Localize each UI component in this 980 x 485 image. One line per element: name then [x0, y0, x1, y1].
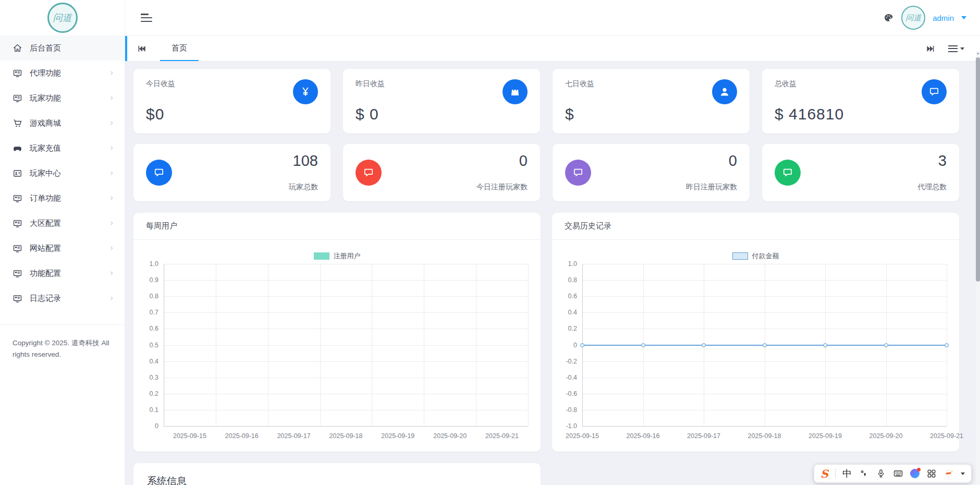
sidebar-item-label: 游戏商城	[30, 118, 108, 128]
sidebar-item-4[interactable]: 玩家充值	[0, 136, 125, 161]
punctuation-icon[interactable]	[859, 468, 869, 479]
y-gridline	[164, 280, 528, 281]
virtual-keyboard-icon[interactable]	[893, 468, 903, 479]
ime-skin-face-icon[interactable]	[944, 468, 954, 479]
yen-icon	[293, 79, 318, 104]
sidebar-item-8[interactable]: 网站配置	[0, 236, 125, 261]
x-gridline	[476, 264, 476, 426]
cart-icon	[13, 118, 22, 128]
stat-card: 昨日收益$ 0	[343, 69, 540, 134]
x-tick-label: 2025-09-21	[930, 432, 963, 440]
sidebar-item-label: 代理功能	[30, 68, 108, 78]
content-area: 今日收益$0昨日收益$ 0七日收益$总收益$ 416810 108玩家总数0今日…	[125, 62, 980, 485]
sidebar-item-label: 日志记录	[30, 294, 108, 304]
x-gridline	[268, 264, 268, 426]
stat-value: 108	[293, 152, 318, 169]
app-root: 问道 后台首页代理功能玩家功能游戏商城玩家充值玩家中心订单功能大区配置网站配置功…	[0, 0, 980, 485]
sidebar-item-3[interactable]: 游戏商城	[0, 111, 125, 136]
tabs-scroll-right-icon[interactable]	[926, 44, 936, 54]
stat-value: $	[565, 105, 574, 123]
comment-icon	[565, 160, 591, 186]
desktop-icon	[13, 269, 22, 278]
chevron-right-icon	[108, 195, 115, 202]
y-tick-label: -0.4	[566, 374, 577, 381]
y-tick-label: 0.2	[150, 390, 158, 397]
comment-icon	[775, 160, 801, 186]
y-gridline	[164, 394, 528, 394]
sidebar-item-7[interactable]: 大区配置	[0, 211, 125, 236]
app-logo[interactable]: 问道	[0, 0, 125, 35]
username[interactable]: admin	[933, 14, 954, 22]
x-gridline	[528, 264, 529, 426]
comment-icon	[922, 79, 947, 104]
stat-card: 总收益$ 416810	[762, 69, 959, 134]
sidebar-item-label: 订单功能	[30, 193, 108, 203]
desktop-icon	[13, 193, 22, 203]
stat-label: 七日收益	[565, 79, 594, 89]
system-info-panel: 系统信息	[133, 463, 541, 485]
sidebar-item-5[interactable]: 玩家中心	[0, 161, 125, 186]
chevron-right-icon	[108, 245, 115, 252]
y-tick-label: 1.0	[150, 260, 158, 268]
stat-label: 总收益	[775, 79, 797, 89]
system-info-title: 系统信息	[133, 463, 541, 485]
tabs-scroll-left-icon[interactable]	[137, 44, 146, 54]
comment-icon	[146, 160, 172, 186]
desktop-icon	[13, 244, 22, 253]
desktop-icon	[13, 294, 22, 304]
sidebar-item-6[interactable]: 订单功能	[0, 186, 125, 211]
y-tick-label: -0.2	[566, 358, 577, 365]
stat-label: 代理总数	[917, 183, 947, 192]
scrollbar-thumb[interactable]	[976, 57, 980, 282]
stat-card: 3代理总数	[762, 144, 959, 201]
tabbar-left-accent	[125, 36, 127, 61]
topbar: 问道 admin	[125, 0, 980, 35]
ai-assistant-icon[interactable]	[910, 469, 920, 478]
x-tick-label: 2025-09-15	[173, 432, 206, 440]
ime-more-caret-icon[interactable]	[961, 472, 965, 475]
y-tick-label: 0.6	[568, 293, 577, 300]
sidebar-item-10[interactable]: 日志记录	[0, 286, 125, 311]
vertical-scrollbar[interactable]: ▲	[976, 51, 980, 485]
chevron-right-icon	[108, 270, 115, 277]
y-tick-label: 0.4	[568, 309, 577, 316]
id-card-icon	[13, 168, 22, 178]
ime-toolbar: S 中	[814, 464, 972, 483]
legend-label: 付款金额	[752, 251, 779, 261]
sidebar-item-label: 功能配置	[30, 269, 108, 278]
sidebar-item-1[interactable]: 代理功能	[0, 60, 125, 86]
sogou-logo-icon[interactable]: S	[820, 467, 828, 480]
microphone-icon[interactable]	[876, 468, 886, 479]
main-column: 问道 admin 首页 今日收益$0昨日收益$ 0七日收益$总收益$ 41681…	[125, 0, 980, 485]
avatar[interactable]: 问道	[901, 6, 925, 30]
sidebar-toggle-icon[interactable]	[141, 14, 152, 22]
sidebar-item-9[interactable]: 功能配置	[0, 261, 125, 286]
gamepad-icon	[13, 143, 22, 153]
ime-chinese-mode[interactable]: 中	[842, 467, 852, 480]
user-menu-caret-icon[interactable]	[961, 16, 966, 19]
sidebar-item-2[interactable]: 玩家功能	[0, 86, 125, 111]
chevron-right-icon	[108, 94, 115, 102]
chevron-right-icon	[108, 220, 115, 227]
y-tick-label: 0.9	[150, 276, 158, 284]
stat-value: $0	[146, 105, 164, 123]
stat-label: 今日收益	[146, 79, 175, 89]
stat-value: 3	[938, 152, 947, 169]
tab-home[interactable]: 首页	[160, 36, 199, 61]
chart-body: 付款金额1.00.80.60.40.20-0.2-0.4-0.6-0.8-1.0…	[552, 240, 959, 452]
scrollbar-up-arrow-icon[interactable]: ▲	[976, 52, 980, 55]
y-tick-label: 0.2	[568, 325, 577, 332]
data-point-marker	[945, 343, 949, 347]
y-tick-label: -0.8	[566, 406, 577, 414]
stat-label: 昨日收益	[356, 79, 385, 89]
sidebar-item-0[interactable]: 后台首页	[0, 35, 125, 60]
tab-options-menu-icon[interactable]	[948, 45, 964, 52]
theme-palette-icon[interactable]	[883, 13, 894, 23]
stat-value: $ 416810	[775, 105, 844, 123]
toolbox-grid-icon[interactable]	[926, 468, 937, 479]
x-gridline	[372, 264, 372, 426]
x-gridline	[164, 264, 164, 426]
sidebar-menu: 后台首页代理功能玩家功能游戏商城玩家充值玩家中心订单功能大区配置网站配置功能配置…	[0, 35, 125, 311]
chart-legend: 注册用户	[133, 251, 541, 261]
chevron-right-icon	[108, 119, 115, 127]
